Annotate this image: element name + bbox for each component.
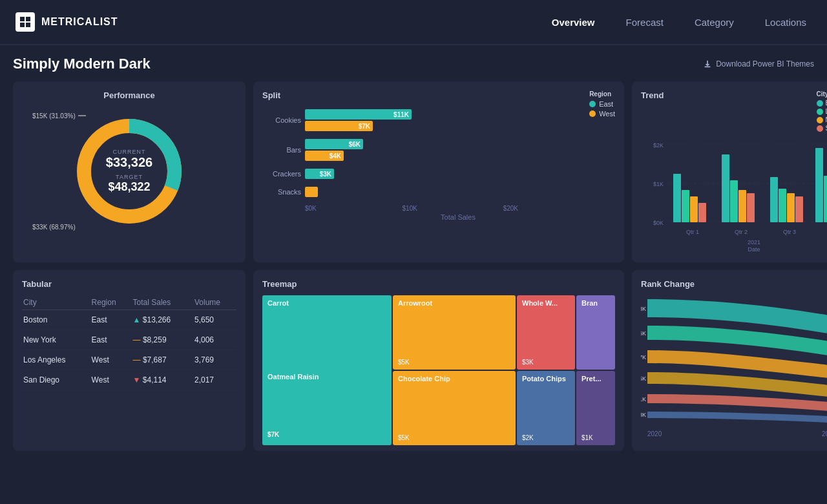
table-row: San Diego West ▼ $4,114 2,017 xyxy=(22,370,236,390)
svg-text:2021: 2021 xyxy=(822,430,827,437)
page-title: Simply Modern Dark xyxy=(13,56,151,72)
svg-rect-26 xyxy=(815,148,823,222)
performance-title: Performance xyxy=(103,90,154,100)
dashboard-grid: Performance CURRENT $33,326 TARGET xyxy=(13,81,814,451)
svg-text:Qtr 2: Qtr 2 xyxy=(735,229,748,235)
newyork-volume: 4,006 xyxy=(193,330,236,350)
legend-losangeles: Los Angeles xyxy=(817,108,828,115)
svg-rect-18 xyxy=(722,154,729,222)
target-value: $48,322 xyxy=(106,180,152,194)
svg-text:$4.3K: $4.3K xyxy=(641,306,646,312)
rank-change-card: Rank Change $4.3K $3.6K $2.7K $2.5K xyxy=(632,270,827,451)
tm-carrot: Carrot $7K xyxy=(262,295,392,445)
download-label: Download Power BI Themes xyxy=(716,59,814,68)
top-nav: Overview Forecast Category Locations xyxy=(547,14,811,30)
donut-labels: CURRENT $33,326 TARGET $48,322 xyxy=(106,149,152,194)
bar-row-bars: Bars $6K $4K xyxy=(262,139,615,161)
svg-rect-24 xyxy=(787,193,795,222)
bars-east: $6K xyxy=(305,139,363,149)
treemap-card: Treemap Carrot $7K Arrowroot $5K Whole W… xyxy=(253,270,624,451)
svg-text:Date: Date xyxy=(748,246,760,253)
svg-text:Qtr 1: Qtr 1 xyxy=(686,229,699,235)
current-value: $33,326 xyxy=(106,155,152,170)
current-label: CURRENT xyxy=(106,149,152,155)
newyork-city: New York xyxy=(22,330,90,350)
trend-card: Trend City Boston Los Angeles New York xyxy=(632,81,827,262)
svg-rect-27 xyxy=(824,176,827,222)
tm-potato: Potato Chips $2K xyxy=(517,371,575,445)
svg-rect-17 xyxy=(698,203,706,222)
losangeles-region: West xyxy=(90,350,132,370)
svg-rect-2 xyxy=(20,23,25,27)
svg-rect-19 xyxy=(730,180,738,222)
nav-forecast[interactable]: Forecast xyxy=(621,14,669,30)
newyork-region: East xyxy=(90,330,132,350)
download-button[interactable]: Download Power BI Themes xyxy=(703,59,814,68)
nav-overview[interactable]: Overview xyxy=(547,14,600,30)
legend-title: Region xyxy=(589,90,615,98)
split-legend: Region East West xyxy=(589,90,615,118)
performance-card: Performance CURRENT $33,326 TARGET xyxy=(13,81,246,262)
col-city: City xyxy=(22,295,90,310)
tabular-title: Tabular xyxy=(22,279,236,289)
svg-rect-20 xyxy=(738,190,746,222)
trend-header: Trend City Boston Los Angeles New York xyxy=(641,90,827,132)
svg-rect-22 xyxy=(770,177,778,222)
cookies-west: $7K xyxy=(305,121,373,131)
split-xaxis: $0K $10K $20K xyxy=(262,205,615,212)
navbar: METRICALIST Overview Forecast Category L… xyxy=(0,0,827,45)
treemap-grid: Carrot $7K Arrowroot $5K Whole W... $3K … xyxy=(262,295,615,444)
nav-category[interactable]: Category xyxy=(689,14,739,30)
split-card: Split Region East West Cookies xyxy=(253,81,624,262)
page-header: Simply Modern Dark Download Power BI The… xyxy=(13,56,814,72)
tm-arrowroot: Arrowroot $5K xyxy=(393,295,516,370)
crackers-east: $3K xyxy=(305,169,334,179)
svg-rect-25 xyxy=(795,196,803,222)
tm-pret: Pret... $1K xyxy=(576,371,615,445)
legend-boston: Boston xyxy=(817,100,828,107)
rank-change-title: Rank Change xyxy=(641,279,827,289)
svg-text:$1.3K: $1.3K xyxy=(641,412,646,418)
split-xlabel: Total Sales xyxy=(262,213,615,221)
svg-rect-21 xyxy=(747,193,755,222)
boston-volume: 5,650 xyxy=(193,310,236,330)
svg-rect-1 xyxy=(26,17,30,21)
brand-icon xyxy=(16,12,35,32)
brand: METRICALIST xyxy=(16,12,118,32)
tm-wholew: Whole W... $3K xyxy=(517,295,575,370)
svg-text:2020: 2020 xyxy=(647,430,662,437)
newyork-sales: — $8,259 xyxy=(132,330,193,350)
bar-row-cookies: Cookies $11K $7K xyxy=(262,109,615,131)
bar-row-snacks: Snacks xyxy=(262,187,615,197)
donut-chart: CURRENT $33,326 TARGET $48,322 xyxy=(71,113,187,229)
rank-change-chart: $4.3K $3.6K $2.7K $2.5K $2.1K $1.3K $3.7… xyxy=(641,295,827,441)
trend-chart: $2K $1K $0K xyxy=(641,132,827,255)
svg-text:$0K: $0K xyxy=(653,220,664,226)
legend-west: West xyxy=(589,110,615,118)
svg-rect-23 xyxy=(779,189,786,222)
boston-sales: ▲ $13,266 xyxy=(132,310,193,330)
sandiego-volume: 2,017 xyxy=(193,370,236,390)
svg-rect-0 xyxy=(20,17,25,21)
top-annotation: $15K (31.03%) xyxy=(32,112,86,120)
svg-rect-16 xyxy=(690,196,698,222)
svg-rect-15 xyxy=(682,190,689,222)
nav-locations[interactable]: Locations xyxy=(760,14,811,30)
tm-bran: Bran xyxy=(576,295,615,370)
losangeles-sales: — $7,687 xyxy=(132,350,193,370)
west-dot xyxy=(589,110,596,117)
losangeles-volume: 3,769 xyxy=(193,350,236,370)
sandiego-sales: ▼ $4,114 xyxy=(132,370,193,390)
legend-east: East xyxy=(589,100,615,108)
tm-chocchip: Chocolate Chip $5K xyxy=(393,371,516,445)
table-row: Los Angeles West — $7,687 3,769 xyxy=(22,350,236,370)
svg-text:$2K: $2K xyxy=(653,142,664,149)
bottom-annotation: $33K (68.97%) xyxy=(32,224,76,231)
sandiego-city: San Diego xyxy=(22,370,90,390)
svg-rect-14 xyxy=(673,174,681,222)
svg-text:$1K: $1K xyxy=(653,181,664,187)
col-volume: Volume xyxy=(193,295,236,310)
target-label: TARGET xyxy=(106,174,152,180)
trend-legend-title: City xyxy=(817,90,828,98)
col-sales: Total Sales xyxy=(132,295,193,310)
